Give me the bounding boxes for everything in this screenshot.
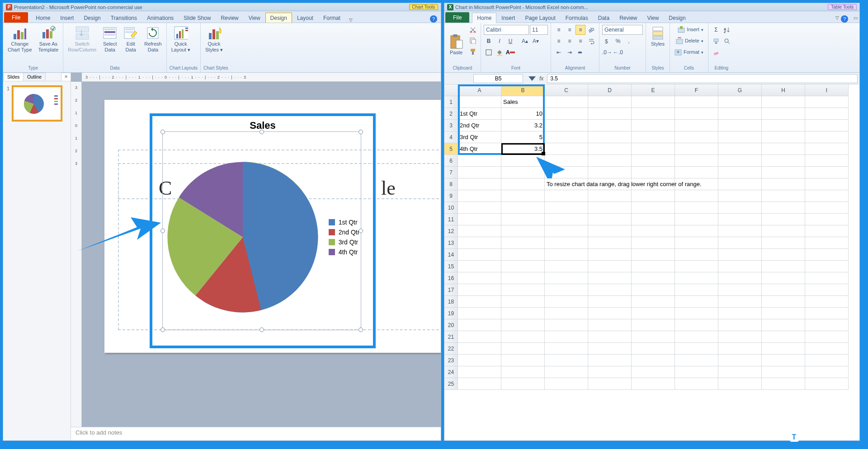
cell-E12[interactable]: [632, 225, 675, 237]
cell-E17[interactable]: [632, 284, 675, 296]
cell-I3[interactable]: [805, 120, 849, 131]
row-header-12[interactable]: 12: [444, 225, 458, 237]
row-header-18[interactable]: 18: [444, 296, 458, 308]
format-painter-button[interactable]: [468, 47, 478, 56]
cell-I9[interactable]: [805, 190, 849, 202]
cell-D4[interactable]: [588, 131, 632, 143]
cell-F15[interactable]: [675, 261, 718, 272]
cell-I7[interactable]: [805, 167, 849, 178]
cell-G3[interactable]: [718, 120, 762, 131]
cell-E11[interactable]: [632, 214, 675, 225]
cell-F1[interactable]: [675, 96, 718, 108]
cell-E1[interactable]: [632, 96, 675, 108]
cell-D19[interactable]: [588, 308, 632, 319]
cell-H8[interactable]: [762, 178, 805, 190]
cell-I15[interactable]: [805, 261, 849, 272]
cell-D21[interactable]: [588, 331, 632, 343]
copy-button[interactable]: [468, 36, 478, 46]
cell-H21[interactable]: [762, 331, 805, 343]
cell-H2[interactable]: [762, 108, 805, 120]
tab-slideshow[interactable]: Slide Show: [179, 13, 216, 23]
quick-layout-button[interactable]: Quick Layout ▾: [170, 25, 192, 54]
cell-I2[interactable]: [805, 108, 849, 120]
cell-A6[interactable]: [458, 155, 501, 167]
cell-B24[interactable]: [501, 366, 545, 378]
cell-B23[interactable]: [501, 355, 545, 366]
cell-A24[interactable]: [458, 366, 501, 378]
cell-G18[interactable]: [718, 296, 762, 308]
file-tab[interactable]: File: [4, 12, 28, 23]
row-header-14[interactable]: 14: [444, 249, 458, 261]
tab-insert[interactable]: Insert: [55, 13, 79, 23]
cell-B4[interactable]: 5: [501, 131, 545, 143]
cell-E20[interactable]: [632, 319, 675, 331]
spreadsheet-grid[interactable]: ABCDEFGHI1Sales21st Qtr1032nd Qtr3.243rd…: [444, 84, 859, 390]
cell-H12[interactable]: [762, 225, 805, 237]
cell-C15[interactable]: [545, 261, 588, 272]
increase-decimal-button[interactable]: .0→: [602, 47, 612, 57]
cell-I11[interactable]: [805, 214, 849, 225]
number-format-select[interactable]: General: [602, 25, 643, 35]
cell-A25[interactable]: [458, 378, 501, 390]
cell-A13[interactable]: [458, 237, 501, 249]
excel-file-tab[interactable]: File: [445, 12, 469, 23]
cell-G15[interactable]: [718, 261, 762, 272]
change-chart-type-button[interactable]: Change Chart Type: [6, 25, 34, 54]
cell-G12[interactable]: [718, 225, 762, 237]
cell-G22[interactable]: [718, 343, 762, 355]
increase-font-button[interactable]: A▴: [520, 36, 530, 46]
cell-A19[interactable]: [458, 308, 501, 319]
cell-E3[interactable]: [632, 120, 675, 131]
tab-design[interactable]: Design: [79, 13, 105, 23]
cell-C3[interactable]: [545, 120, 588, 131]
cell-D25[interactable]: [588, 378, 632, 390]
slide-thumbnail[interactable]: [12, 86, 62, 121]
cell-D3[interactable]: [588, 120, 632, 131]
cell-A5[interactable]: 4th Qtr: [458, 143, 501, 155]
panel-tab-outline[interactable]: Outline: [23, 73, 46, 81]
cell-B15[interactable]: [501, 261, 545, 272]
cell-F21[interactable]: [675, 331, 718, 343]
underline-button[interactable]: U: [505, 36, 515, 46]
namebox-dropdown-icon[interactable]: [528, 76, 536, 81]
cell-A17[interactable]: [458, 284, 501, 296]
cell-G9[interactable]: [718, 190, 762, 202]
cell-A1[interactable]: [458, 96, 501, 108]
decrease-font-button[interactable]: A▾: [531, 36, 541, 46]
increase-indent-button[interactable]: ⇥: [565, 47, 575, 57]
select-all-corner[interactable]: [444, 84, 458, 96]
tab-view[interactable]: View: [244, 13, 265, 23]
find-select-button[interactable]: [722, 36, 732, 46]
font-color-button[interactable]: A: [505, 47, 515, 57]
currency-button[interactable]: $: [602, 36, 612, 46]
column-header-C[interactable]: C: [545, 84, 588, 96]
switch-row-column-button[interactable]: Switch Row/Column: [66, 25, 98, 54]
panel-tab-slides[interactable]: Slides: [3, 73, 24, 81]
fill-color-button[interactable]: [495, 47, 505, 57]
cell-F23[interactable]: [675, 355, 718, 366]
cell-E5[interactable]: [632, 143, 675, 155]
cell-A4[interactable]: 3rd Qtr: [458, 131, 501, 143]
tab-home[interactable]: Home: [31, 13, 55, 23]
cell-G4[interactable]: [718, 131, 762, 143]
row-header-22[interactable]: 22: [444, 343, 458, 355]
cell-I20[interactable]: [805, 319, 849, 331]
cell-D14[interactable]: [588, 249, 632, 261]
name-box[interactable]: B5: [473, 74, 523, 83]
cell-H4[interactable]: [762, 131, 805, 143]
excel-tab-insert[interactable]: Insert: [496, 13, 520, 23]
cell-E6[interactable]: [632, 155, 675, 167]
cell-H13[interactable]: [762, 237, 805, 249]
column-header-I[interactable]: I: [805, 84, 849, 96]
cell-E22[interactable]: [632, 343, 675, 355]
column-header-E[interactable]: E: [632, 84, 675, 96]
cell-I1[interactable]: [805, 96, 849, 108]
cell-H16[interactable]: [762, 272, 805, 284]
cell-A22[interactable]: [458, 343, 501, 355]
row-header-10[interactable]: 10: [444, 202, 458, 214]
cell-H20[interactable]: [762, 319, 805, 331]
cell-C4[interactable]: [545, 131, 588, 143]
align-center-button[interactable]: ≡: [565, 36, 575, 46]
cell-E7[interactable]: [632, 167, 675, 178]
cell-A21[interactable]: [458, 331, 501, 343]
